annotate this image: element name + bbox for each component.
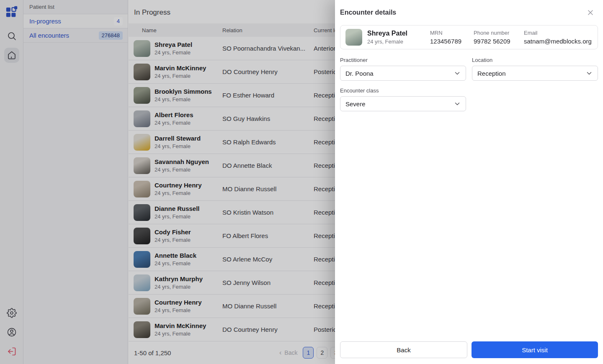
location-select[interactable]: Reception	[472, 66, 598, 81]
chevron-down-icon	[585, 69, 593, 77]
patient-meta: 24 yrs, Female	[367, 38, 425, 45]
practitioner-label: Practitioner	[340, 57, 466, 63]
location-group: Location Reception	[472, 57, 598, 81]
encounter-class-value: Severe	[345, 100, 366, 108]
patient-identity: Shreya Patel 24 yrs, Female	[367, 30, 425, 45]
location-label: Location	[472, 57, 598, 63]
practitioner-group: Practitioner Dr. Poona	[340, 57, 466, 81]
email-value: satnam@medblocks.org	[524, 38, 593, 45]
mrn-label: MRN	[430, 30, 469, 36]
phone-field: Phone number 99782 56209	[474, 30, 519, 45]
mrn-field: MRN 123456789	[430, 30, 469, 45]
chevron-down-icon	[453, 100, 461, 108]
encounter-form: Practitioner Dr. Poona Location Receptio…	[335, 56, 603, 111]
encounter-class-select[interactable]: Severe	[340, 96, 466, 111]
drawer-header: Encounter details	[335, 0, 603, 23]
encounter-class-group: Encounter class Severe	[340, 87, 466, 111]
back-button[interactable]: Back	[340, 341, 467, 358]
mrn-value: 123456789	[430, 38, 469, 45]
patient-avatar	[345, 29, 362, 46]
location-value: Reception	[477, 70, 506, 77]
encounter-class-label: Encounter class	[340, 87, 466, 94]
practitioner-value: Dr. Poona	[345, 70, 374, 77]
drawer-footer: Back Start visit	[335, 341, 603, 364]
email-label: Email	[524, 30, 593, 36]
chevron-down-icon	[453, 69, 461, 77]
phone-value: 99782 56209	[474, 38, 519, 45]
close-icon[interactable]	[585, 7, 596, 18]
encounter-details-drawer: Encounter details Shreya Patel 24 yrs, F…	[335, 0, 603, 364]
drawer-title: Encounter details	[340, 9, 396, 16]
patient-name: Shreya Patel	[367, 30, 425, 37]
practitioner-select[interactable]: Dr. Poona	[340, 66, 466, 81]
patient-summary-card: Shreya Patel 24 yrs, Female MRN 12345678…	[340, 25, 598, 49]
email-field: Email satnam@medblocks.org	[524, 30, 593, 45]
phone-label: Phone number	[474, 30, 519, 36]
start-visit-button[interactable]: Start visit	[472, 341, 598, 358]
